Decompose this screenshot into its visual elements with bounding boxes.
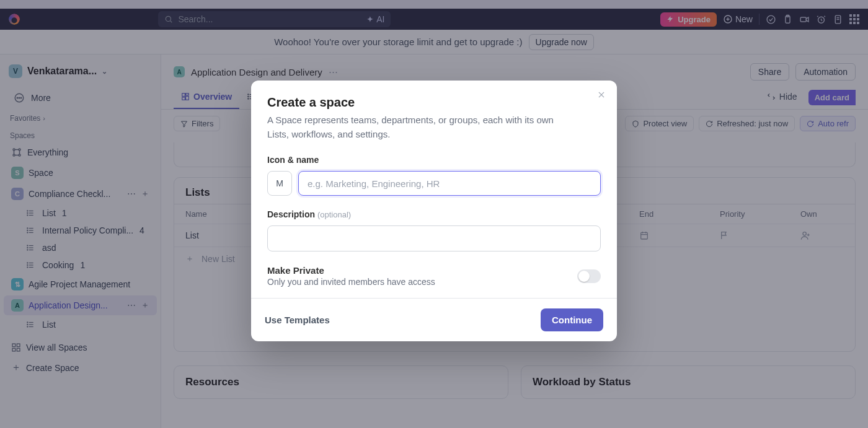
space-icon-picker[interactable]: M [267, 171, 292, 196]
continue-button[interactable]: Continue [541, 308, 603, 331]
space-description-input[interactable] [267, 225, 601, 251]
space-name-input[interactable] [298, 171, 601, 196]
description-label: Description (optional) [267, 209, 601, 219]
private-subtitle: Only you and invited members have access [267, 277, 435, 287]
modal-subtitle: A Space represents teams, departments, o… [267, 113, 577, 141]
private-toggle[interactable] [577, 269, 601, 283]
close-icon[interactable] [597, 90, 606, 99]
private-row: Make Private Only you and invited member… [267, 265, 601, 287]
icon-name-label: Icon & name [267, 155, 601, 165]
modal-title: Create a space [267, 95, 601, 110]
modal-overlay[interactable]: Create a space A Space represents teams,… [0, 0, 868, 428]
use-templates-button[interactable]: Use Templates [265, 315, 330, 325]
private-title: Make Private [267, 265, 435, 276]
create-space-modal: Create a space A Space represents teams,… [251, 81, 617, 341]
